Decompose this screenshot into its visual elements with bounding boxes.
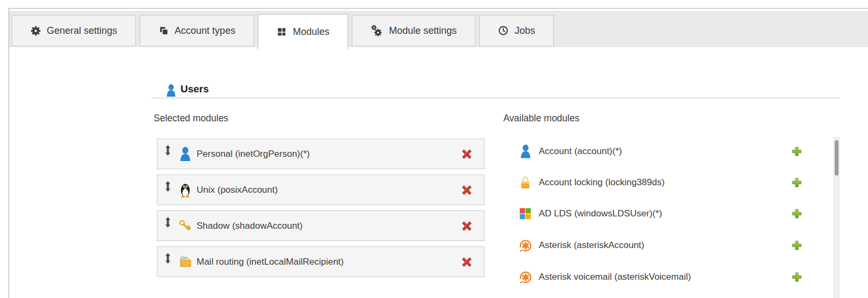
penguin-icon bbox=[177, 175, 194, 205]
tab-account-types[interactable]: Account types bbox=[140, 15, 254, 46]
tab-general-settings[interactable]: General settings bbox=[12, 15, 136, 46]
scrollbar-track[interactable] bbox=[834, 137, 840, 298]
remove-module-button[interactable] bbox=[461, 184, 473, 196]
user-icon bbox=[517, 136, 533, 167]
asterisk-icon bbox=[517, 261, 533, 293]
tab-label: Account types bbox=[175, 25, 235, 37]
user-icon bbox=[177, 139, 194, 169]
remove-module-button[interactable] bbox=[461, 256, 473, 268]
modules-grid-icon bbox=[277, 27, 287, 37]
key-icon bbox=[177, 211, 194, 241]
user-icon bbox=[165, 84, 177, 97]
settings-panel: General settings Account types Modules M… bbox=[9, 8, 868, 298]
tab-module-settings[interactable]: Module settings bbox=[352, 15, 475, 46]
section-title: Users bbox=[180, 83, 209, 95]
module-label: Personal (inetOrgPerson)(*) bbox=[197, 149, 310, 159]
add-module-button[interactable] bbox=[792, 209, 802, 219]
users-section-header: Users bbox=[152, 82, 840, 98]
selected-modules-heading: Selected modules bbox=[154, 113, 228, 124]
tab-bar: General settings Account types Modules M… bbox=[9, 11, 868, 47]
module-label: Mail routing (inetLocalMailRecipient) bbox=[197, 257, 344, 267]
available-module-row: Asterisk voicemail (asteriskVoicemail) bbox=[500, 261, 827, 293]
padlock-icon bbox=[517, 167, 533, 198]
clock-icon bbox=[498, 25, 509, 36]
selected-module-row[interactable]: Unix (posixAccount) bbox=[157, 175, 484, 205]
add-module-button[interactable] bbox=[792, 241, 802, 251]
drag-handle-icon[interactable] bbox=[164, 217, 171, 228]
tab-label: General settings bbox=[47, 25, 117, 37]
module-label: Unix (posixAccount) bbox=[197, 185, 278, 195]
module-label: Account locking (locking389ds) bbox=[539, 177, 664, 188]
mail-icon bbox=[177, 247, 194, 277]
module-label: AD LDS (windowsLDSUser)(*) bbox=[539, 208, 662, 219]
tab-modules[interactable]: Modules bbox=[258, 14, 348, 49]
selected-module-row[interactable]: Shadow (shadowAccount) bbox=[157, 210, 484, 241]
add-module-button[interactable] bbox=[792, 178, 802, 188]
windows-icon bbox=[517, 198, 533, 229]
module-label: Shadow (shadowAccount) bbox=[197, 221, 303, 231]
asterisk-icon bbox=[517, 230, 533, 261]
module-label: Account (account)(*) bbox=[539, 146, 622, 157]
double-gear-icon bbox=[371, 25, 383, 37]
available-modules-heading: Available modules bbox=[503, 113, 580, 124]
drag-handle-icon[interactable] bbox=[164, 181, 171, 192]
available-module-row: Account locking (locking389ds) bbox=[500, 167, 827, 198]
tab-label: Jobs bbox=[515, 25, 535, 37]
scrollbar-thumb[interactable] bbox=[835, 140, 838, 176]
add-module-button[interactable] bbox=[792, 147, 802, 157]
gear-icon bbox=[31, 26, 41, 36]
add-module-button[interactable] bbox=[792, 272, 802, 282]
drag-handle-icon[interactable] bbox=[164, 253, 171, 264]
remove-module-button[interactable] bbox=[461, 220, 473, 232]
available-module-row: Account (account)(*) bbox=[500, 136, 827, 167]
account-types-icon bbox=[158, 26, 169, 36]
module-label: Asterisk (asteriskAccount) bbox=[539, 240, 645, 251]
available-module-row: Asterisk (asteriskAccount) bbox=[500, 230, 827, 261]
available-module-row: AD LDS (windowsLDSUser)(*) bbox=[500, 198, 827, 229]
module-label: Asterisk voicemail (asteriskVoicemail) bbox=[539, 272, 691, 282]
drag-handle-icon[interactable] bbox=[164, 145, 171, 156]
tab-jobs[interactable]: Jobs bbox=[479, 15, 554, 46]
selected-module-row[interactable]: Personal (inetOrgPerson)(*) bbox=[157, 139, 484, 169]
tab-label: Modules bbox=[293, 26, 329, 38]
remove-module-button[interactable] bbox=[461, 148, 473, 160]
selected-module-row[interactable]: Mail routing (inetLocalMailRecipient) bbox=[157, 246, 484, 277]
tab-label: Module settings bbox=[389, 25, 457, 37]
